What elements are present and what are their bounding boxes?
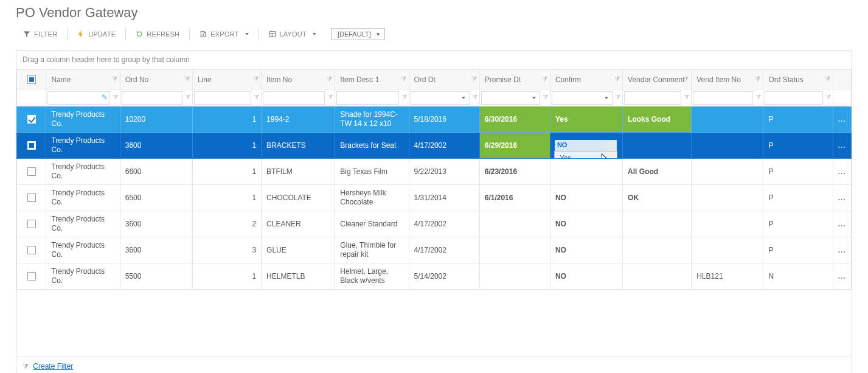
filter-item-no[interactable] (263, 91, 325, 105)
confirm-dropdown-list[interactable]: YesNo (554, 151, 617, 159)
cell-ord-dt[interactable]: 5/18/2016 (409, 106, 479, 133)
cell-vendor-comment[interactable]: OK (623, 185, 692, 211)
row-select-cell[interactable] (17, 185, 46, 211)
cell-ord-no[interactable]: 3600 (120, 211, 192, 237)
row-actions[interactable]: ... (833, 185, 851, 211)
row-checkbox[interactable] (27, 272, 36, 281)
row-select-cell[interactable] (17, 133, 46, 159)
cell-line[interactable]: 1 (192, 185, 261, 211)
row-checkbox[interactable] (27, 193, 36, 202)
filter-icon[interactable]: ⧩ (327, 75, 332, 83)
layout-button[interactable]: LAYOUT (262, 27, 324, 41)
cell-vendor-comment[interactable]: All Good (623, 159, 692, 185)
cell-line[interactable]: 1 (192, 263, 261, 290)
filter-item-desc[interactable] (336, 91, 398, 105)
cell-line[interactable]: 3 (192, 237, 261, 263)
cell-confirm[interactable]: NO (550, 185, 622, 211)
cell-item-no[interactable]: GLUE (262, 237, 335, 263)
filter-ord-status[interactable] (765, 91, 822, 105)
filter-icon[interactable]: ⧩ (401, 93, 407, 101)
table-row[interactable]: Trendy Products Co.55001HELMETLBHelmet, … (17, 263, 852, 290)
cell-ord-status[interactable]: N (763, 263, 833, 290)
filter-vend-item-no[interactable] (693, 91, 753, 105)
cell-vendor-comment[interactable] (623, 133, 692, 159)
cell-item-no[interactable]: CHOCOLATE (262, 185, 335, 211)
table-row[interactable]: Trendy Products Co.1020011994-2Shade for… (17, 106, 852, 133)
filter-icon[interactable]: ⧩ (184, 75, 190, 83)
cell-ord-status[interactable]: P (763, 185, 833, 211)
ellipsis-icon[interactable]: ... (833, 220, 851, 228)
filter-icon[interactable]: ⧩ (471, 75, 477, 83)
col-header-item-no[interactable]: Item No⧩ (262, 70, 335, 89)
cell-name[interactable]: Trendy Products Co. (46, 106, 120, 133)
cell-vend-item-no[interactable] (692, 237, 763, 263)
col-header-line[interactable]: Line⧩ (192, 70, 261, 89)
filter-icon[interactable]: ⧩ (472, 93, 477, 101)
col-header-item-desc[interactable]: Item Desc 1⧩ (335, 70, 409, 89)
pin-icon[interactable]: ✎ (102, 93, 108, 102)
col-header-confirm[interactable]: Confirm⧩ (550, 70, 622, 89)
row-actions[interactable]: ... (833, 237, 851, 263)
cell-item-desc[interactable]: Big Texas Film (335, 159, 409, 185)
filter-icon[interactable]: ⧩ (614, 75, 620, 83)
row-select-cell[interactable] (17, 211, 46, 237)
cell-ord-dt[interactable]: 4/17/2002 (409, 211, 479, 237)
table-row[interactable]: Trendy Products Co.66001BTFILMBig Texas … (17, 159, 852, 185)
cell-name[interactable]: Trendy Products Co. (46, 159, 120, 185)
filter-promise-dt[interactable] (481, 91, 540, 105)
filter-icon[interactable]: ⧩ (253, 75, 259, 83)
cell-name[interactable]: Trendy Products Co. (46, 133, 120, 159)
filter-icon[interactable]: ⧩ (185, 93, 190, 101)
cell-promise-dt[interactable] (479, 263, 550, 290)
ellipsis-icon[interactable]: ... (833, 272, 851, 281)
row-actions[interactable]: ... (833, 106, 851, 133)
table-row[interactable]: Trendy Products Co.36003GLUEGlue, Thimbl… (17, 237, 852, 263)
cell-line[interactable]: 2 (192, 211, 261, 237)
row-actions[interactable]: ... (833, 263, 851, 290)
cell-line[interactable]: 1 (192, 159, 261, 185)
cell-item-desc[interactable]: Brackets for Seat (335, 133, 409, 159)
cell-confirm[interactable] (550, 159, 622, 185)
select-all-checkbox[interactable] (27, 75, 36, 84)
cell-line[interactable]: 1 (192, 106, 261, 133)
cell-item-no[interactable]: HELMETLB (262, 263, 335, 290)
row-select-cell[interactable] (17, 159, 46, 185)
cell-confirm[interactable]: NOYesNo (550, 133, 622, 159)
filter-icon[interactable]: ⧩ (755, 75, 760, 83)
cell-item-desc[interactable]: Cleaner Standard (335, 211, 409, 237)
filter-icon[interactable]: ⧩ (542, 75, 547, 83)
filter-icon[interactable]: ⧩ (327, 93, 333, 101)
cell-vend-item-no[interactable]: HLB121 (692, 263, 763, 290)
col-header-vendor-comment[interactable]: Vendor Comment⧩ (623, 70, 692, 89)
cell-item-no[interactable]: 1994-2 (262, 106, 335, 133)
cell-ord-no[interactable]: 3600 (120, 237, 192, 263)
row-checkbox[interactable] (27, 115, 36, 124)
cell-ord-status[interactable]: P (763, 133, 833, 159)
cell-item-no[interactable]: BRACKETS (262, 133, 335, 159)
row-checkbox[interactable] (27, 246, 36, 254)
cell-ord-dt[interactable]: 4/17/2002 (409, 237, 479, 263)
cell-vend-item-no[interactable] (692, 211, 763, 237)
cell-ord-dt[interactable]: 4/17/2002 (409, 133, 479, 159)
create-filter-link[interactable]: Create Filter (33, 362, 73, 371)
ellipsis-icon[interactable]: ... (833, 141, 851, 150)
filter-icon[interactable]: ⧩ (683, 75, 689, 83)
row-select-cell[interactable] (17, 106, 46, 133)
filter-button[interactable]: FILTER (16, 27, 64, 41)
refresh-button[interactable]: REFRESH (128, 27, 187, 41)
cell-vend-item-no[interactable] (692, 159, 763, 185)
filter-icon[interactable]: ⧩ (755, 93, 761, 101)
cell-item-no[interactable]: BTFILM (262, 159, 335, 185)
cell-vendor-comment[interactable] (623, 237, 692, 263)
ellipsis-icon[interactable]: ... (833, 167, 851, 176)
cell-promise-dt[interactable]: 6/1/2016 (479, 185, 550, 211)
cell-ord-no[interactable]: 3600 (120, 133, 192, 159)
cell-item-desc[interactable]: Shade for 1994C-TW 14 x 12 x10 (335, 106, 409, 133)
cell-promise-dt[interactable]: 6/29/2016 (479, 133, 550, 159)
confirm-option[interactable]: Yes (555, 152, 617, 159)
cell-confirm[interactable]: Yes (550, 106, 622, 133)
col-header-ord-status[interactable]: Ord Status⧩ (763, 70, 833, 89)
filter-icon[interactable]: ⧩ (112, 75, 117, 83)
cell-ord-no[interactable]: 10200 (120, 106, 192, 133)
cell-item-no[interactable]: CLEANER (262, 211, 335, 237)
